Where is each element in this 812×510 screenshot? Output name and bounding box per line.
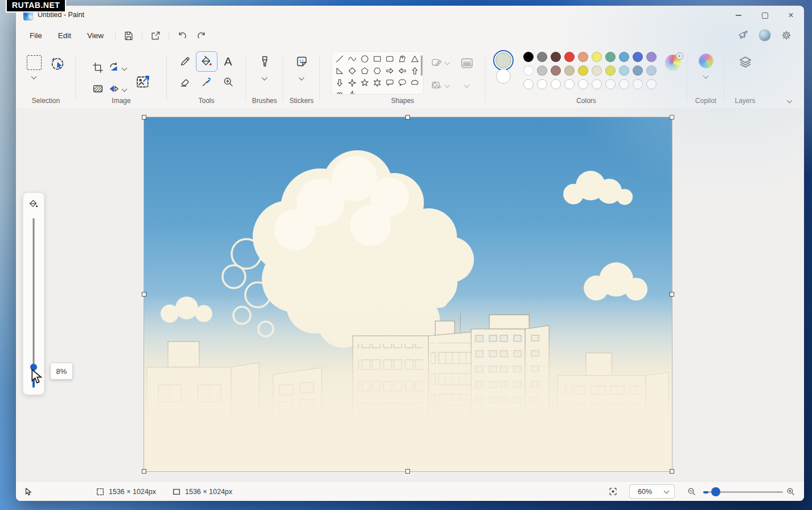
edit-colors-button[interactable]: + — [665, 55, 681, 71]
pencil-tool-button[interactable] — [174, 51, 196, 72]
save-button[interactable] — [119, 28, 138, 44]
flip-button[interactable] — [108, 83, 120, 95]
shape-hexagon[interactable] — [371, 65, 384, 77]
brush-icon[interactable] — [258, 55, 272, 68]
rotate-button[interactable] — [108, 61, 120, 74]
rectangle-select-button[interactable] — [27, 55, 42, 70]
layers-icon[interactable] — [738, 55, 753, 69]
shape-diamond[interactable] — [346, 65, 359, 77]
selection-handle-middle-left[interactable] — [142, 292, 146, 297]
shape-thought-bubble[interactable] — [409, 77, 421, 89]
smart-select-button[interactable] — [50, 55, 65, 71]
selection-handle-bottom-left[interactable] — [142, 469, 146, 474]
shape-polygon[interactable] — [396, 53, 409, 65]
selection-handle-top-left[interactable] — [142, 115, 146, 120]
palette-empty-slot-7[interactable] — [619, 79, 629, 89]
sticker-icon[interactable] — [295, 55, 309, 68]
selection-handle-top-right[interactable] — [670, 115, 674, 120]
palette-color-r1-1[interactable] — [537, 52, 547, 62]
palette-color-r2-6[interactable] — [605, 65, 616, 76]
shape-star-4[interactable] — [346, 77, 359, 89]
minimize-button[interactable] — [725, 6, 752, 25]
shape-outline-chevron-icon[interactable] — [444, 59, 450, 65]
fit-to-screen-icon[interactable] — [608, 487, 618, 496]
palette-empty-slot-9[interactable] — [646, 79, 657, 89]
account-avatar[interactable] — [758, 29, 771, 42]
selection-handle-bottom-right[interactable] — [670, 469, 674, 474]
selection-handle-bottom-center[interactable] — [405, 469, 410, 474]
crop-button[interactable] — [92, 61, 104, 74]
palette-color-r2-5[interactable] — [592, 65, 602, 76]
tolerance-slider-track[interactable] — [33, 218, 35, 388]
ribbon-collapse-chevron[interactable] — [787, 98, 793, 104]
shape-oval[interactable] — [359, 53, 371, 65]
shape-heart[interactable] — [334, 89, 346, 94]
palette-color-r2-2[interactable] — [551, 65, 561, 76]
palette-empty-slot-1[interactable] — [537, 79, 547, 89]
shape-speech-rectangle[interactable] — [384, 77, 396, 89]
zoom-out-icon[interactable] — [687, 487, 696, 496]
shape-lightning[interactable] — [346, 89, 359, 94]
palette-color-r2-1[interactable] — [537, 65, 547, 76]
selection-chevron-down-icon[interactable] — [31, 74, 37, 80]
menu-file[interactable]: File — [22, 28, 50, 43]
palette-color-r2-8[interactable] — [633, 65, 643, 76]
menu-edit[interactable]: Edit — [50, 28, 79, 43]
copilot-icon[interactable] — [699, 54, 713, 68]
maximize-button[interactable] — [752, 6, 778, 25]
selection-handle-middle-right[interactable] — [670, 292, 674, 297]
zoom-level-dropdown[interactable]: 60% — [629, 484, 675, 499]
palette-color-r1-4[interactable] — [578, 52, 588, 62]
remove-background-button[interactable] — [92, 83, 104, 95]
palette-color-r1-3[interactable] — [564, 52, 575, 62]
redo-button[interactable] — [192, 28, 211, 44]
shape-arrow-down[interactable] — [334, 77, 346, 89]
shape-arrow-left[interactable] — [396, 65, 409, 77]
menu-view[interactable]: View — [79, 28, 112, 43]
shape-rounded-rectangle[interactable] — [384, 53, 396, 65]
color-picker-tool-button[interactable] — [196, 72, 218, 92]
palette-color-r2-7[interactable] — [619, 65, 629, 76]
canvas[interactable] — [144, 117, 672, 471]
close-button[interactable]: × — [778, 6, 804, 25]
announcements-button[interactable] — [733, 27, 753, 43]
palette-color-r1-2[interactable] — [551, 52, 561, 62]
palette-empty-slot-2[interactable] — [551, 79, 561, 89]
shape-speech-oval[interactable] — [396, 77, 409, 89]
shape-rectangle[interactable] — [371, 53, 384, 65]
palette-empty-slot-0[interactable] — [523, 79, 534, 89]
zoom-slider[interactable] — [703, 487, 783, 496]
palette-color-r2-0[interactable] — [523, 65, 534, 76]
brushes-chevron-down-icon[interactable] — [262, 75, 268, 81]
share-button[interactable] — [146, 28, 165, 44]
rotate-chevron-down-icon[interactable] — [121, 65, 127, 71]
shape-fill-chevron-icon[interactable] — [444, 82, 450, 88]
palette-empty-slot-5[interactable] — [592, 79, 602, 89]
stickers-chevron-down-icon[interactable] — [299, 75, 305, 81]
shape-triangle[interactable] — [409, 53, 421, 65]
palette-color-r1-5[interactable] — [592, 52, 602, 62]
palette-color-r2-9[interactable] — [646, 65, 657, 76]
primary-color-swatch[interactable] — [493, 50, 514, 71]
palette-color-r1-6[interactable] — [605, 52, 616, 62]
shape-star-5[interactable] — [359, 77, 371, 89]
palette-color-r2-3[interactable] — [564, 65, 575, 76]
shape-star-6[interactable] — [371, 77, 384, 89]
shape-fill-button[interactable]: 0 — [430, 79, 443, 91]
shape-line[interactable] — [334, 53, 346, 65]
shape-arrow-right[interactable] — [384, 65, 396, 77]
palette-color-r1-7[interactable] — [619, 52, 629, 62]
shape-pentagon[interactable] — [359, 65, 371, 77]
palette-empty-slot-8[interactable] — [633, 79, 643, 89]
shape-outline-button[interactable] — [430, 56, 443, 68]
settings-button[interactable] — [777, 27, 796, 43]
shape-right-triangle[interactable] — [334, 65, 346, 77]
line-thickness-button[interactable] — [460, 56, 474, 71]
palette-color-r2-4[interactable] — [578, 65, 588, 76]
copilot-chevron-down-icon[interactable] — [703, 73, 709, 79]
palette-empty-slot-6[interactable] — [605, 79, 616, 89]
undo-button[interactable] — [173, 28, 192, 44]
flip-chevron-down-icon[interactable] — [121, 86, 127, 92]
zoom-in-icon[interactable] — [786, 487, 795, 496]
resize-image-button[interactable] — [134, 73, 151, 91]
